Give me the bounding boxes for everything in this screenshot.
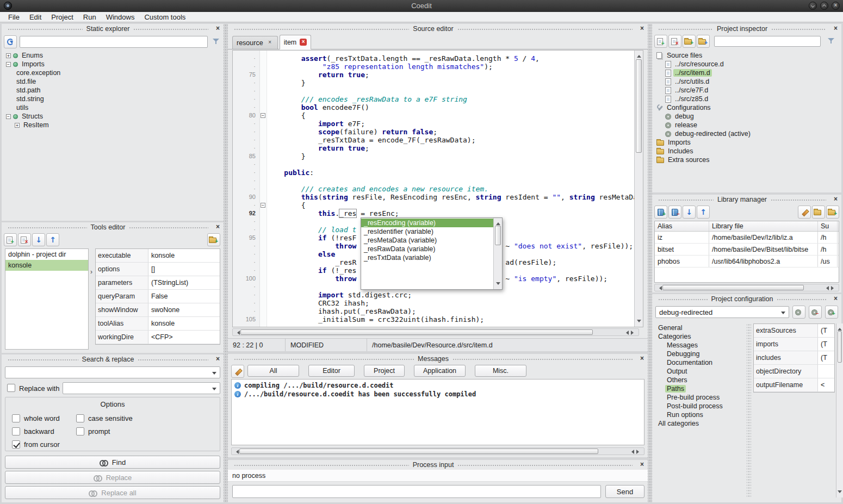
messages-filter-all[interactable]: All [247, 365, 299, 377]
completion-item[interactable]: _resTxtData (variable) [361, 253, 493, 262]
close-project-inspector-icon[interactable]: × [832, 25, 839, 32]
fold-marker[interactable]: − [261, 113, 265, 118]
edit-library-button[interactable] [798, 206, 811, 219]
checkbox-backward[interactable] [12, 427, 20, 435]
explorer-filter-input[interactable] [20, 36, 208, 48]
code-line-82[interactable]: scope(failure) return false; [267, 128, 634, 136]
inspector-item-debug[interactable]: debug [653, 112, 840, 121]
tool-extra-button[interactable]: + [207, 233, 220, 246]
process-input-field[interactable] [232, 485, 601, 498]
replace-all-button[interactable]: Replace all [5, 486, 220, 499]
explorer-item-utils[interactable]: utils [3, 103, 222, 112]
editor-horizontal-scrollbar[interactable] [232, 328, 639, 336]
search-combobox[interactable] [5, 366, 220, 378]
code-line-77[interactable] [267, 87, 634, 95]
library-column-alias[interactable]: Alias [655, 221, 709, 231]
library-column-su[interactable]: Su [818, 221, 838, 231]
editor-vertical-scrollbar[interactable] [634, 51, 643, 327]
tool-prop-executable[interactable]: executablekonsole [96, 249, 220, 263]
source-editor-header[interactable]: Source editor × [228, 24, 648, 33]
window-close-button[interactable]: × [832, 2, 840, 10]
config-category-debugging[interactable]: Debugging [653, 350, 745, 358]
refresh-button[interactable] [4, 35, 17, 48]
filter-icon[interactable] [212, 38, 220, 45]
remove-source-button[interactable]: × [668, 35, 681, 48]
inspector-item-src-utils-d[interactable]: ../src/utils.d [653, 77, 840, 86]
tool-prop-options[interactable]: options[] [96, 263, 220, 276]
completion-item[interactable]: _resRawData (variable) [361, 245, 493, 253]
send-button[interactable]: Send [605, 485, 644, 498]
explorer-item-std-path[interactable]: std.path [3, 86, 222, 95]
checkbox-prompt[interactable] [76, 427, 84, 435]
search-replace-header[interactable]: Search & replace × [2, 354, 224, 364]
configuration-scrollbar[interactable] [836, 323, 843, 497]
config-prop-extrasources[interactable]: extraSources(T [754, 324, 834, 338]
config-category-categories[interactable]: Categories [653, 332, 745, 341]
tab-resource[interactable]: resource× [232, 36, 278, 49]
code-line-90[interactable]: this(string resFile, ResEncoding resEnc,… [267, 193, 634, 201]
library-from-project-button[interactable]: + [826, 206, 839, 219]
scroll-up-icon[interactable] [838, 326, 842, 331]
menu-file[interactable]: File [3, 13, 24, 22]
explorer-item-structs[interactable]: −Structs [3, 112, 222, 121]
library-manager-header[interactable]: Library manager × [652, 195, 841, 204]
scroll-right-icon[interactable] [636, 450, 641, 454]
option-prompt[interactable]: prompt [76, 426, 213, 437]
window-shade-button[interactable] [809, 2, 817, 10]
close-tab-icon[interactable]: × [266, 39, 274, 46]
code-line-74[interactable]: "z85 representation length mismatches"); [267, 63, 634, 71]
editor-gutter[interactable]: ··75····80····85····90·92··95····100····… [233, 51, 260, 327]
menu-windows[interactable]: Windows [101, 13, 140, 22]
messages-header[interactable]: Messages × [228, 354, 648, 363]
inspector-item-debug-redirected-active[interactable]: debug-redirected (active) [653, 129, 840, 138]
config-category-documentation[interactable]: Documentation [653, 358, 745, 367]
inspector-item-includes[interactable]: Includes [653, 147, 840, 155]
config-prop-includes[interactable]: includes(T [754, 351, 834, 365]
scrollbar-thumb[interactable] [636, 59, 642, 153]
scrollbar-thumb[interactable] [662, 285, 804, 290]
config-category-post-build-process[interactable]: Post-build process [653, 402, 745, 410]
library-column-library-file[interactable]: Library file [709, 221, 818, 231]
clear-messages-button[interactable] [231, 365, 244, 378]
inspector-item-extra-sources[interactable]: Extra sources [653, 155, 840, 164]
code-line-76[interactable]: } [267, 79, 634, 87]
messages-horizontal-scrollbar[interactable] [231, 447, 644, 455]
code-line-92[interactable]: this._res = resEnc; [267, 209, 634, 217]
inspector-item-src-z85-d[interactable]: ../src/z85.d [653, 95, 840, 103]
close-search-replace-icon[interactable]: × [214, 356, 221, 363]
menu-project[interactable]: Project [46, 13, 78, 22]
project-inspector-header[interactable]: Project inspector × [652, 24, 841, 33]
config-prop-outputfilename[interactable]: outputFilename< [754, 378, 834, 392]
close-process-input-icon[interactable]: × [639, 461, 646, 468]
add-folder-button[interactable]: + [683, 35, 696, 48]
messages-filter-editor[interactable]: Editor [308, 365, 355, 377]
add-tool-button[interactable]: + [4, 233, 17, 246]
config-category-run-options[interactable]: Run options [653, 410, 745, 419]
add-source-button[interactable]: + [654, 35, 667, 48]
close-project-configuration-icon[interactable]: × [832, 295, 839, 302]
left-splitter[interactable] [224, 24, 228, 502]
scroll-down-icon[interactable] [496, 282, 500, 287]
inspector-item-src-resource-d[interactable]: ../src/resource.d [653, 60, 840, 69]
checkbox-from-cursor[interactable] [12, 440, 20, 449]
code-line-104[interactable]: ihash.put(_resRawData); [267, 307, 634, 315]
filter-icon[interactable] [827, 37, 835, 45]
code-line-88[interactable] [267, 177, 634, 185]
move-tool-down-button[interactable]: ↓ [32, 233, 45, 246]
config-category-general[interactable]: General [653, 323, 745, 332]
move-library-up-button[interactable]: ↑ [697, 206, 710, 219]
expander-icon[interactable]: − [6, 114, 11, 119]
scroll-up-icon[interactable] [637, 53, 641, 58]
tool-prop-parameters[interactable]: parameters(TStringList) [96, 276, 220, 290]
explorer-item-resitem[interactable]: +ResItem [3, 121, 222, 129]
scroll-down-icon[interactable] [838, 490, 842, 495]
move-tool-up-button[interactable]: ↑ [46, 233, 59, 246]
library-horizontal-scrollbar[interactable] [654, 284, 839, 291]
remove-configuration-button[interactable]: − [809, 306, 822, 319]
close-tab-icon[interactable]: × [300, 39, 307, 46]
inspector-item-imports[interactable]: Imports [653, 138, 840, 147]
menu-edit[interactable]: Edit [24, 13, 46, 22]
code-line-83[interactable]: _resTxtData = encode_7F(_resRawData); [267, 136, 634, 144]
scroll-left-icon[interactable] [629, 450, 634, 454]
configuration-splitter[interactable] [747, 323, 751, 497]
